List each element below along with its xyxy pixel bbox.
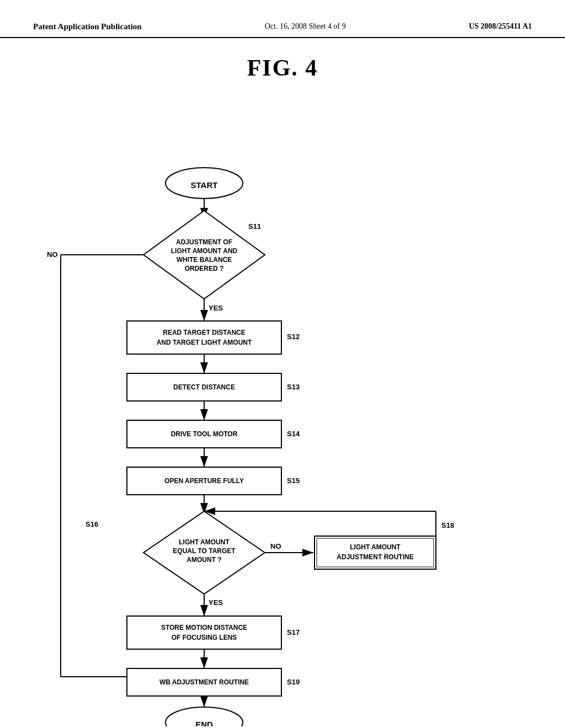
svg-marker-5 — [143, 211, 265, 299]
svg-text:LIGHT AMOUNT: LIGHT AMOUNT — [179, 538, 230, 546]
svg-text:OPEN APERTURE FULLY: OPEN APERTURE FULLY — [164, 477, 244, 485]
svg-text:END: END — [195, 720, 213, 726]
svg-text:NO: NO — [47, 250, 58, 259]
svg-rect-38 — [315, 536, 436, 569]
svg-text:START: START — [191, 180, 218, 190]
svg-text:S16: S16 — [86, 520, 98, 528]
svg-text:S12: S12 — [287, 333, 300, 341]
svg-text:YES: YES — [209, 598, 223, 607]
svg-text:S13: S13 — [287, 383, 300, 391]
svg-text:STORE MOTION DISTANCE: STORE MOTION DISTANCE — [161, 624, 247, 631]
header-publication-type: Patent Application Publication — [33, 22, 142, 31]
header-date-sheet: Oct. 16, 2008 Sheet 4 of 9 — [265, 22, 346, 31]
svg-text:ORDERED ?: ORDERED ? — [185, 265, 224, 272]
svg-text:S17: S17 — [287, 628, 300, 636]
svg-text:LIGHT AMOUNT AND: LIGHT AMOUNT AND — [171, 247, 238, 255]
svg-text:S11: S11 — [248, 222, 261, 231]
figure-title: FIG. 4 — [0, 55, 565, 81]
svg-rect-16 — [127, 321, 281, 354]
svg-text:OF FOCUSING LENS: OF FOCUSING LENS — [172, 634, 237, 641]
svg-text:NO: NO — [270, 542, 281, 550]
svg-text:AMOUNT ?: AMOUNT ? — [186, 556, 221, 564]
page-header: Patent Application Publication Oct. 16, … — [0, 0, 565, 38]
svg-text:LIGHT AMOUNT: LIGHT AMOUNT — [350, 543, 401, 551]
svg-text:YES: YES — [209, 304, 223, 312]
svg-text:ADJUSTMENT OF: ADJUSTMENT OF — [176, 238, 232, 246]
svg-text:READ TARGET DISTANCE: READ TARGET DISTANCE — [163, 329, 246, 336]
svg-text:S19: S19 — [287, 678, 300, 686]
svg-text:S18: S18 — [441, 521, 454, 529]
svg-text:S15: S15 — [287, 477, 300, 485]
header-patent-number: US 2008/255411 A1 — [469, 22, 532, 31]
svg-text:DETECT DISTANCE: DETECT DISTANCE — [173, 383, 235, 391]
svg-text:ADJUSTMENT ROUTINE: ADJUSTMENT ROUTINE — [337, 553, 413, 561]
svg-text:AND TARGET LIGHT AMOUNT: AND TARGET LIGHT AMOUNT — [157, 339, 252, 346]
svg-text:WHITE BALANCE: WHITE BALANCE — [177, 256, 232, 264]
svg-text:S14: S14 — [287, 430, 300, 438]
svg-text:EQUAL TO TARGET: EQUAL TO TARGET — [173, 547, 236, 555]
svg-text:DRIVE TOOL MOTOR: DRIVE TOOL MOTOR — [171, 430, 238, 438]
svg-text:WB ADJUSTMENT ROUTINE: WB ADJUSTMENT ROUTINE — [159, 678, 249, 686]
flowchart-diagram: START S11 ADJUSTMENT OF LIGHT AMOUNT AND… — [0, 92, 565, 726]
svg-rect-49 — [127, 616, 281, 649]
